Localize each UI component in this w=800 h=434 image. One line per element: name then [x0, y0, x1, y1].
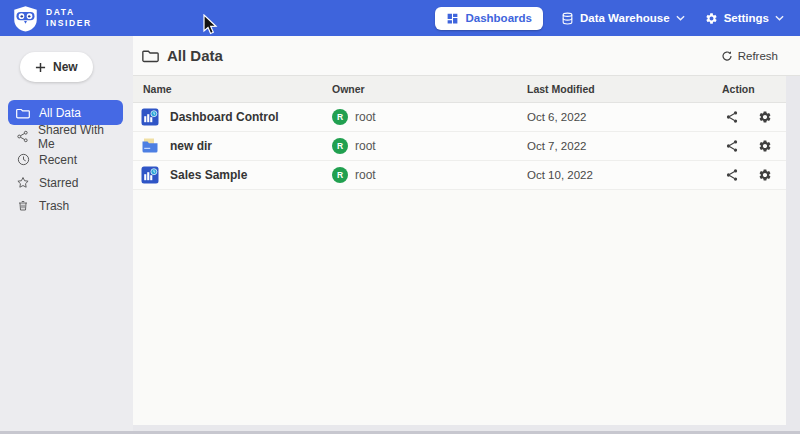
nav-settings-button[interactable]: Settings — [703, 8, 786, 29]
refresh-icon — [721, 50, 733, 62]
sidebar-item-label: Recent — [39, 153, 77, 167]
main-content: All Data Refresh Name Owner Last Modifie… — [133, 36, 800, 431]
nav-dashboards-button[interactable]: Dashboards — [435, 7, 542, 30]
sidebar-item-trash[interactable]: Trash — [8, 194, 123, 217]
owner-avatar: R — [332, 138, 348, 154]
column-header-name: Name — [133, 83, 332, 95]
directory-file-icon — [141, 137, 159, 155]
gear-icon — [705, 12, 718, 25]
settings-button[interactable] — [756, 137, 774, 155]
sidebar-list: All Data Shared With Me Recent Starred — [0, 100, 133, 217]
table-row[interactable]: new dir R root Oct 7, 2022 — [133, 132, 786, 161]
folder-icon — [16, 107, 30, 119]
brand-line1: DATA — [46, 7, 92, 18]
data-table: Name Owner Last Modified Action Das — [133, 76, 786, 425]
nav-data-warehouse-button[interactable]: Data Warehouse — [559, 8, 687, 29]
sidebar-item-label: Starred — [39, 176, 78, 190]
owl-logo-icon — [12, 5, 39, 32]
folder-icon — [142, 48, 159, 63]
column-header-owner: Owner — [332, 83, 527, 95]
last-modified-date: Oct 7, 2022 — [527, 140, 722, 152]
header-nav: Dashboards Data Warehouse Settings — [435, 7, 786, 30]
owner-avatar: R — [332, 109, 348, 125]
database-icon — [561, 12, 574, 25]
last-modified-date: Oct 6, 2022 — [527, 111, 722, 123]
sidebar-item-label: Shared With Me — [38, 123, 115, 151]
nav-dashboards-label: Dashboards — [465, 12, 531, 24]
nav-data-warehouse-label: Data Warehouse — [580, 12, 670, 24]
sidebar-item-label: All Data — [39, 106, 81, 120]
dashboard-file-icon — [141, 166, 159, 184]
table-header-row: Name Owner Last Modified Action — [133, 76, 786, 103]
file-name: Sales Sample — [170, 168, 247, 182]
owner-name: root — [355, 110, 376, 124]
file-name: Dashboard Control — [170, 110, 279, 124]
page-title: All Data — [167, 47, 223, 64]
refresh-label: Refresh — [738, 50, 778, 62]
owner-name: root — [355, 139, 376, 153]
column-header-action: Action — [722, 83, 786, 95]
settings-button[interactable] — [756, 108, 774, 126]
share-icon — [725, 168, 739, 182]
nav-settings-label: Settings — [724, 12, 769, 24]
owner-avatar: R — [332, 167, 348, 183]
gear-icon — [758, 110, 772, 124]
sidebar-item-all-data[interactable]: All Data — [8, 100, 123, 125]
settings-button[interactable] — [756, 166, 774, 184]
share-icon — [725, 139, 739, 153]
sidebar-item-recent[interactable]: Recent — [8, 148, 123, 171]
share-button[interactable] — [723, 108, 741, 126]
brand-line2: INSIDER — [46, 18, 92, 29]
brand-logo: DATA INSIDER — [12, 5, 92, 32]
sidebar-item-shared-with-me[interactable]: Shared With Me — [8, 125, 123, 148]
share-icon — [16, 130, 29, 143]
sidebar-item-starred[interactable]: Starred — [8, 171, 123, 194]
star-icon — [16, 176, 30, 189]
file-name: new dir — [170, 139, 212, 153]
share-button[interactable] — [723, 137, 741, 155]
trash-icon — [16, 199, 30, 212]
top-header: DATA INSIDER Dashboards Data Warehouse — [0, 0, 800, 36]
sidebar-item-label: Trash — [39, 199, 69, 213]
chevron-down-icon — [676, 15, 685, 21]
chevron-down-icon — [775, 15, 784, 21]
dashboard-icon — [446, 12, 459, 25]
gear-icon — [758, 139, 772, 153]
owner-name: root — [355, 168, 376, 182]
column-header-last-modified: Last Modified — [527, 83, 722, 95]
clock-icon — [16, 153, 30, 166]
share-button[interactable] — [723, 166, 741, 184]
new-button-label: New — [53, 60, 78, 74]
plus-icon — [35, 62, 46, 73]
table-row[interactable]: Sales Sample R root Oct 10, 2022 — [133, 161, 786, 190]
dashboard-file-icon — [141, 108, 159, 126]
title-bar: All Data Refresh — [133, 36, 800, 76]
last-modified-date: Oct 10, 2022 — [527, 169, 722, 181]
sidebar: New All Data Shared With Me Recent — [0, 36, 133, 431]
new-button[interactable]: New — [20, 52, 93, 82]
table-row[interactable]: Dashboard Control R root Oct 6, 2022 — [133, 103, 786, 132]
gear-icon — [758, 168, 772, 182]
refresh-button[interactable]: Refresh — [721, 50, 778, 62]
share-icon — [725, 110, 739, 124]
